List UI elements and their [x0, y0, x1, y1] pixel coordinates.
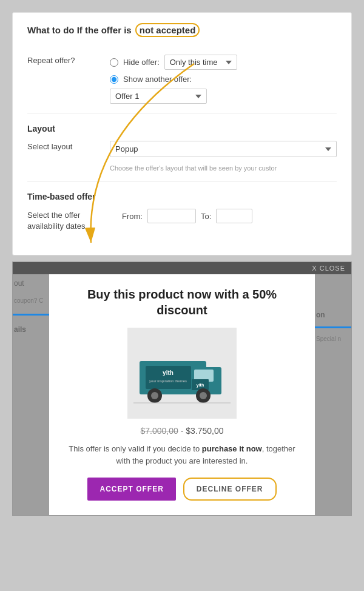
popup-body: out coupon? C ails Buy this product now … [13, 274, 351, 515]
title-highlight: not accepted [135, 23, 200, 37]
popup-title: Buy this product now with a 50% discount [64, 286, 300, 318]
price-display: $7.000,00 - $3.750,00 [64, 426, 300, 436]
popup-header-bar: X CLOSE [13, 262, 351, 274]
desc-bold: purchase it now [202, 444, 262, 453]
select-layout-label: Select layout [27, 141, 100, 151]
popup-bg-left: out coupon? C ails [13, 274, 49, 515]
show-offer-radio[interactable] [110, 75, 118, 84]
repeat-offer-row: Repeat offer? Hide offer: Only this time… [27, 55, 337, 104]
popup-buttons: ACCEPT OFFER DECLINE OFFER [64, 478, 300, 501]
show-offer-radio-row: Show another offer: [110, 75, 337, 84]
title-prefix: What to do If the offer is [27, 25, 134, 35]
divider-1 [27, 113, 337, 114]
dates-label: Select the offer availability dates [27, 209, 112, 232]
to-date-input[interactable] [216, 209, 252, 223]
layout-section-title: Layout [27, 124, 337, 133]
from-date-input[interactable] [147, 209, 196, 223]
hide-offer-radio[interactable] [110, 58, 118, 67]
dates-controls: From: To: [122, 209, 337, 223]
layout-controls: Popup Choose the offer's layout that wil… [110, 141, 337, 172]
repeat-offer-controls: Hide offer: Only this time Show another … [110, 55, 337, 104]
divider-2 [27, 181, 337, 182]
hide-offer-radio-row: Hide offer: Only this time [110, 55, 337, 70]
svg-text:yith: yith [197, 383, 204, 388]
section-title: What to do If the offer is not accepted [27, 25, 200, 35]
product-image-container: yith your inspiration themes yith [64, 328, 300, 419]
price-new: $3.750,00 [186, 426, 223, 436]
date-row: From: To: [122, 209, 337, 223]
hide-offer-label: Hide offer: [123, 58, 160, 67]
layout-row: Select layout Popup Choose the offer's l… [27, 141, 337, 172]
dates-row: Select the offer availability dates From… [27, 209, 337, 232]
bg-right-text2: Special n [315, 331, 351, 347]
bg-left-text1: out [13, 274, 49, 292]
bg-left-text3: ails [13, 320, 49, 339]
hide-offer-select[interactable]: Only this time [164, 55, 237, 70]
time-section-title: Time-based offer [27, 192, 337, 201]
price-old: $7.000,00 [140, 426, 178, 436]
svg-text:yith: yith [163, 370, 174, 376]
offer-dropdown[interactable]: Offer 1 [110, 89, 207, 104]
svg-point-12 [200, 392, 207, 399]
desc-pre: This offer is only valid if you decide t… [69, 444, 201, 453]
top-card: What to do If the offer is not accepted … [12, 12, 352, 255]
accept-offer-button[interactable]: ACCEPT OFFER [87, 478, 175, 501]
offer-select-row: Offer 1 [110, 89, 337, 104]
svg-point-10 [151, 392, 158, 399]
repeat-offer-label: Repeat offer? [27, 55, 100, 65]
svg-text:your inspiration themes: your inspiration themes [149, 379, 187, 383]
popup-wrapper: X CLOSE out coupon? C ails Buy this prod… [12, 262, 352, 516]
offer-description: This offer is only valid if you decide t… [64, 443, 300, 467]
show-offer-label: Show another offer: [123, 75, 192, 84]
layout-help-text: Choose the offer's layout that will be s… [110, 164, 337, 172]
decline-offer-button[interactable]: DECLINE OFFER [183, 478, 277, 501]
popup-bg-right: on Special n [315, 274, 351, 515]
popup-content: Buy this product now with a 50% discount [49, 274, 315, 515]
blue-bar-left [13, 314, 49, 316]
page-wrapper: What to do If the offer is not accepted … [0, 0, 364, 591]
bg-left-text2: coupon? C [13, 292, 49, 309]
to-label: To: [201, 212, 211, 221]
layout-select[interactable]: Popup [110, 141, 337, 157]
truck-image: yith your inspiration themes yith [133, 337, 231, 410]
blue-bar-right [315, 326, 351, 328]
price-separator: - [181, 426, 186, 436]
x-close-button[interactable]: X CLOSE [312, 265, 345, 272]
bg-right-text1: on [315, 274, 351, 324]
from-label: From: [122, 212, 143, 221]
product-image-box: yith your inspiration themes yith [127, 328, 237, 419]
